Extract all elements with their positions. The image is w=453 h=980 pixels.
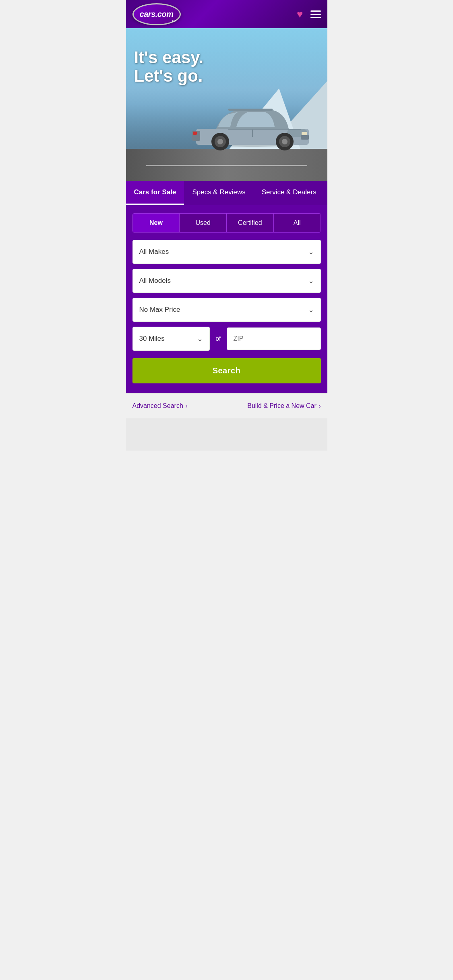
svg-rect-3 (302, 132, 307, 135)
build-price-link[interactable]: Build & Price a New Car › (227, 402, 321, 410)
condition-tab-new[interactable]: New (133, 214, 180, 232)
price-dropdown[interactable]: No Max Price ⌄ (132, 298, 321, 322)
svg-point-11 (282, 139, 288, 144)
road-line (146, 165, 307, 166)
build-price-chevron-icon: › (319, 403, 321, 409)
hero-headline: It's easy. Let's go. (134, 48, 204, 85)
bottom-spacer (126, 418, 327, 451)
header-right: ♥ (297, 8, 321, 21)
footer-links: Advanced Search › Build & Price a New Ca… (126, 393, 327, 418)
tab-cars-for-sale[interactable]: Cars for Sale (126, 181, 184, 205)
makes-arrow-icon: ⌄ (308, 247, 314, 256)
logo-oval: cars.com TM (132, 3, 181, 25)
svg-rect-2 (301, 135, 309, 140)
models-label: All Models (139, 277, 171, 285)
search-section: New Used Certified All All Makes ⌄ All M… (126, 205, 327, 393)
condition-tab-all[interactable]: All (274, 214, 321, 232)
favorites-icon[interactable]: ♥ (297, 8, 303, 21)
tab-service-dealers[interactable]: Service & Dealers (254, 181, 325, 205)
header: cars.com TM ♥ (126, 0, 327, 28)
navigation-tabs: Cars for Sale Specs & Reviews Service & … (126, 181, 327, 205)
hero-section: It's easy. Let's go. (126, 28, 327, 181)
of-label: of (214, 335, 222, 342)
tab-specs-reviews[interactable]: Specs & Reviews (184, 181, 253, 205)
makes-dropdown[interactable]: All Makes ⌄ (132, 240, 321, 264)
models-dropdown[interactable]: All Models ⌄ (132, 269, 321, 293)
makes-label: All Makes (139, 248, 169, 256)
hero-line1: It's easy. (134, 48, 204, 67)
price-arrow-icon: ⌄ (308, 305, 314, 314)
advanced-search-link[interactable]: Advanced Search › (132, 402, 227, 410)
distance-arrow-icon: ⌄ (197, 334, 203, 343)
condition-tab-certified[interactable]: Certified (227, 214, 274, 232)
models-arrow-icon: ⌄ (308, 276, 314, 285)
distance-zip-row: 30 Miles ⌄ of (132, 327, 321, 351)
distance-dropdown[interactable]: 30 Miles ⌄ (132, 327, 210, 351)
svg-rect-5 (193, 132, 197, 135)
price-label: No Max Price (139, 306, 180, 314)
hero-text-block: It's easy. Let's go. (134, 48, 204, 85)
svg-rect-12 (228, 109, 273, 111)
hero-line2: Let's go. (134, 66, 203, 85)
advanced-search-chevron-icon: › (186, 403, 188, 409)
svg-point-8 (217, 139, 223, 144)
search-button[interactable]: Search (132, 358, 321, 383)
logo-text: cars.com (140, 10, 174, 19)
build-price-label: Build & Price a New Car (247, 402, 316, 410)
condition-tabs: New Used Certified All (132, 213, 321, 233)
logo-tm: TM (172, 19, 176, 23)
logo-container[interactable]: cars.com TM (132, 3, 181, 25)
distance-label: 30 Miles (139, 335, 165, 343)
menu-icon[interactable] (310, 10, 321, 18)
hero-car-image (188, 93, 317, 157)
advanced-search-label: Advanced Search (132, 402, 183, 410)
zip-input[interactable] (227, 327, 321, 350)
condition-tab-used[interactable]: Used (180, 214, 227, 232)
